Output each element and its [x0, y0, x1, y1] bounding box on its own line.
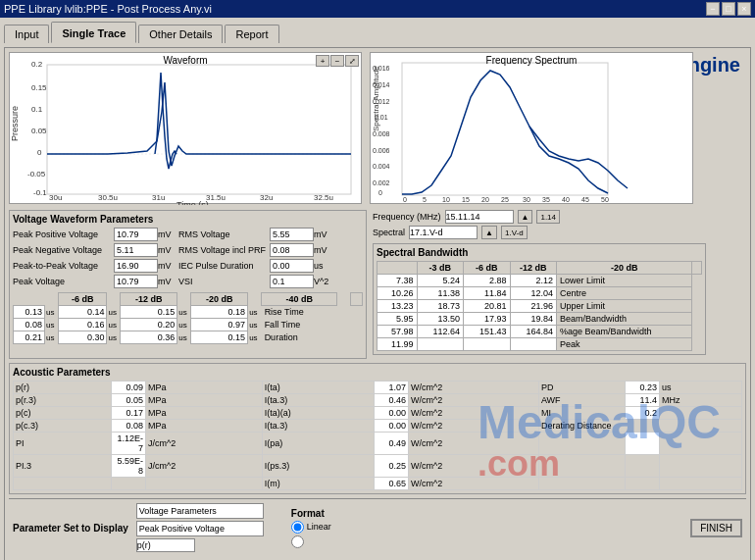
- table-row: I(m) 0.65 W/cm^2: [14, 478, 742, 490]
- spectral-input[interactable]: [409, 226, 478, 239]
- col-20db: -20 dB: [557, 262, 692, 275]
- linear-radio[interactable]: [291, 521, 304, 534]
- col-6db: -6 dB: [464, 262, 510, 275]
- bottom-bar: Parameter Set to Display Format Linear F…: [9, 498, 746, 556]
- table-row: 7.38 5.24 2.88 2.12 Lower Limit: [378, 275, 702, 287]
- freq-title: Frequency Spectrum: [371, 55, 692, 66]
- params-row: Voltage Waveform Parameters Peak Positiv…: [9, 210, 746, 359]
- freq-input[interactable]: [445, 210, 514, 224]
- spectral-table: -3 dB -6 dB -12 dB -20 dB 7.38 5.24: [377, 261, 702, 351]
- table-row: 57.98 112.64 151.43 164.84 %age Beam/Ban…: [378, 326, 702, 338]
- label-rms: RMS Voltage: [178, 229, 267, 239]
- tab-single-trace[interactable]: Single Trace: [51, 22, 136, 43]
- freq-chart: Frequency Spectrum 0.016 0.014 0.012 0.0…: [370, 52, 693, 204]
- tab-report[interactable]: Report: [225, 25, 278, 43]
- col-12db: -12 dB: [510, 262, 556, 275]
- input-ppkv[interactable]: [114, 259, 158, 273]
- input-rmsprf[interactable]: [270, 243, 314, 257]
- freq-btn2[interactable]: 1.14: [536, 210, 560, 224]
- linear-label: Linear: [307, 522, 331, 532]
- table-row: p(r) 0.09 MPa I(ta) 1.07 W/cm^2 PD 0.23 …: [14, 382, 742, 394]
- param-drop-input[interactable]: [136, 521, 264, 536]
- input-rms[interactable]: [270, 228, 314, 241]
- spectral-bandwidth: Spectral Bandwidth -3 dB -6 dB -12 dB -2…: [373, 243, 706, 355]
- input-vsi[interactable]: [270, 275, 314, 288]
- maximize-btn[interactable]: □: [722, 2, 735, 16]
- svg-text:15: 15: [462, 196, 470, 203]
- svg-text:Frequency [MHz]: Frequency [MHz]: [488, 203, 548, 205]
- title-bar: PPE Library lvlib:PPE - Post Process Any…: [0, 0, 755, 18]
- input-pv[interactable]: [114, 275, 158, 288]
- svg-text:0.1: 0.1: [31, 105, 43, 114]
- fit-btn[interactable]: ⤢: [345, 55, 359, 67]
- label-ppv: Peak Positive Voltage: [13, 229, 111, 239]
- tab-content: Post Processing Engine Waveform + − ⤢ 0.…: [4, 47, 751, 560]
- spectral-label: Spectral: [373, 228, 405, 237]
- tab-other-details[interactable]: Other Details: [138, 25, 223, 43]
- log-radio-row: [291, 535, 331, 548]
- svg-rect-39: [402, 63, 608, 195]
- waveform-toolbar: + − ⤢: [316, 55, 359, 67]
- table-row: p(r.3) 0.05 MPa I(ta.3) 0.46 W/cm^2 AWF …: [14, 394, 742, 407]
- svg-text:20: 20: [481, 196, 489, 203]
- label-iec: IEC Pulse Duration: [178, 261, 267, 271]
- svg-text:0.002: 0.002: [373, 179, 390, 186]
- svg-text:0.15: 0.15: [31, 83, 47, 92]
- voltage-params-title: Voltage Waveform Parameters: [13, 214, 363, 225]
- label-rmsprf: RMS Voltage incl PRF: [178, 245, 267, 255]
- table-row: 5.95 13.50 17.93 19.84 Beam/Bandwidth: [378, 313, 702, 326]
- acoustic-section: Acoustic Parameters p(r) 0.09 MPa I(ta) …: [9, 363, 746, 494]
- acoustic-table: p(r) 0.09 MPa I(ta) 1.07 W/cm^2 PD 0.23 …: [13, 381, 742, 490]
- svg-text:0: 0: [403, 196, 407, 203]
- svg-rect-15: [47, 65, 351, 194]
- label-pnv: Peak Negative Voltage: [13, 245, 111, 255]
- input-pnv[interactable]: [114, 243, 158, 257]
- minimize-btn[interactable]: −: [706, 2, 720, 16]
- input-iec[interactable]: [270, 259, 314, 273]
- svg-text:0: 0: [378, 189, 382, 196]
- label-pv: Peak Voltage: [13, 277, 111, 286]
- acoustic-title: Acoustic Parameters: [13, 367, 742, 378]
- param-set-input[interactable]: [136, 503, 264, 519]
- spectral-bw-title: Spectral Bandwidth: [377, 247, 702, 258]
- svg-text:0.004: 0.004: [373, 163, 390, 170]
- table-row: p(c) 0.17 MPa I(ta)(a) 0.00 W/cm^2 MI 0.…: [14, 407, 742, 420]
- waveform-title: Waveform: [10, 55, 361, 66]
- freq-controls: Frequency (MHz) ▲ 1.14 Spectral ▲ 1.V-d: [373, 210, 706, 239]
- svg-text:0.05: 0.05: [31, 127, 47, 135]
- svg-text:45: 45: [581, 196, 589, 203]
- freq-svg: 0.016 0.014 0.012 0.01 0.008 0.006 0.004…: [371, 53, 694, 205]
- freq-btn1[interactable]: ▲: [518, 210, 533, 224]
- close-btn[interactable]: ×: [737, 2, 751, 16]
- table-row: 13.23 18.73 20.81 21.96 Upper Limit: [378, 300, 702, 313]
- title-bar-buttons: − □ ×: [706, 2, 751, 16]
- svg-text:0: 0: [37, 148, 42, 157]
- waveform-svg: 0.2 0.15 0.1 0.05 0 -0.05 -0.1 Pressure …: [10, 53, 363, 205]
- tab-input[interactable]: Input: [4, 25, 49, 43]
- svg-text:5: 5: [423, 196, 427, 203]
- spectral-btn2[interactable]: 1.V-d: [501, 226, 528, 239]
- table-row: PI 1.12E-7 J/cm^2 I(pa) 0.49 W/cm^2: [14, 433, 742, 455]
- voltage-params: Voltage Waveform Parameters Peak Positiv…: [9, 210, 367, 359]
- finish-button[interactable]: FINISH: [690, 519, 742, 537]
- spectral-btn1[interactable]: ▲: [481, 226, 497, 239]
- spectral-section: Frequency (MHz) ▲ 1.14 Spectral ▲ 1.V-d …: [373, 210, 706, 359]
- input-ppv[interactable]: [114, 228, 158, 241]
- svg-text:Pressure: Pressure: [10, 106, 20, 141]
- linear-radio-row: Linear: [291, 521, 331, 534]
- freq-label: Frequency (MHz): [373, 212, 441, 222]
- zoom-in-btn[interactable]: +: [316, 55, 329, 67]
- zoom-out-btn[interactable]: −: [330, 55, 344, 67]
- label-ppkv: Peak-to-Peak Voltage: [13, 261, 111, 271]
- svg-text:-0.05: -0.05: [27, 170, 46, 178]
- col-3db: -3 dB: [417, 262, 463, 275]
- table-row: PI.3 5.59E-8 J/cm^2 I(ps.3) 0.25 W/cm^2: [14, 455, 742, 478]
- svg-text:35: 35: [542, 196, 550, 203]
- svg-text:50: 50: [601, 196, 609, 203]
- table-row: 10.26 11.38 11.84 12.04 Centre: [378, 287, 702, 300]
- svg-text:Time (s): Time (s): [176, 200, 209, 205]
- format-label: Format: [291, 508, 331, 519]
- svg-text:-0.1: -0.1: [33, 188, 47, 197]
- param-sub-input[interactable]: [136, 538, 195, 552]
- log-radio[interactable]: [291, 535, 304, 548]
